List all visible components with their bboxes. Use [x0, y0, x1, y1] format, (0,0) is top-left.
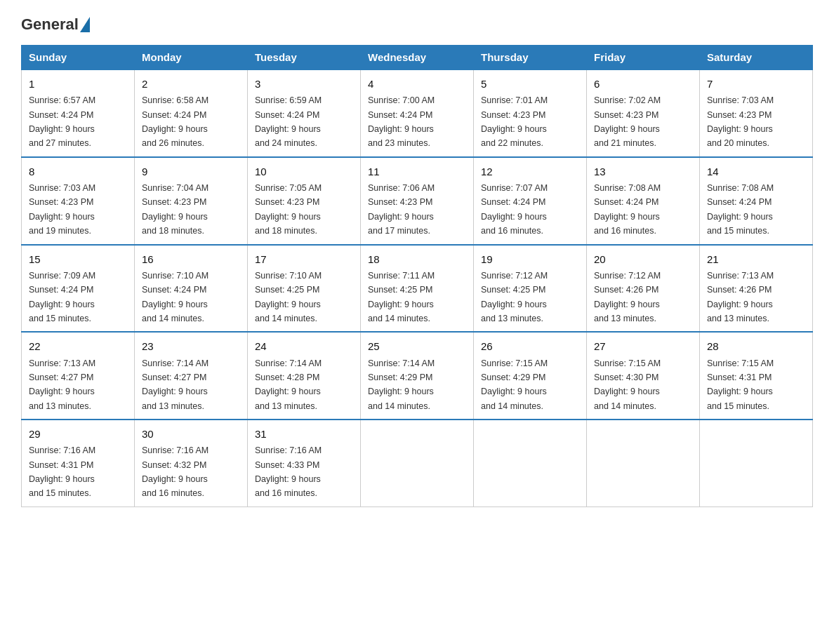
day-info: Sunrise: 7:14 AMSunset: 4:27 PMDaylight:…: [142, 358, 208, 411]
header-cell-wednesday: Wednesday: [361, 46, 474, 70]
week-row-4: 22Sunrise: 7:13 AMSunset: 4:27 PMDayligh…: [22, 332, 813, 420]
day-info: Sunrise: 7:02 AMSunset: 4:23 PMDaylight:…: [594, 95, 661, 148]
day-cell: 26Sunrise: 7:15 AMSunset: 4:29 PMDayligh…: [474, 332, 587, 420]
day-info: Sunrise: 7:10 AMSunset: 4:25 PMDaylight:…: [255, 271, 322, 323]
day-number: 15: [29, 251, 127, 267]
day-cell: 23Sunrise: 7:14 AMSunset: 4:27 PMDayligh…: [135, 332, 248, 420]
day-cell: 2Sunrise: 6:58 AMSunset: 4:24 PMDaylight…: [135, 69, 248, 157]
day-info: Sunrise: 7:14 AMSunset: 4:29 PMDaylight:…: [368, 358, 435, 411]
day-number: 22: [29, 338, 127, 354]
header-cell-monday: Monday: [135, 46, 248, 70]
day-info: Sunrise: 7:08 AMSunset: 4:24 PMDaylight:…: [707, 183, 774, 236]
header-cell-saturday: Saturday: [700, 46, 813, 70]
day-cell: 25Sunrise: 7:14 AMSunset: 4:29 PMDayligh…: [361, 332, 474, 420]
day-cell: 22Sunrise: 7:13 AMSunset: 4:27 PMDayligh…: [22, 332, 135, 420]
day-info: Sunrise: 7:04 AMSunset: 4:23 PMDaylight:…: [142, 183, 208, 236]
day-number: 5: [481, 76, 579, 92]
day-number: 10: [255, 163, 353, 180]
day-cell: [474, 420, 587, 507]
week-row-2: 8Sunrise: 7:03 AMSunset: 4:23 PMDaylight…: [22, 157, 813, 245]
day-number: 28: [707, 338, 805, 354]
day-cell: 20Sunrise: 7:12 AMSunset: 4:26 PMDayligh…: [587, 245, 700, 333]
header-cell-friday: Friday: [587, 46, 700, 70]
day-number: 29: [29, 426, 127, 442]
day-number: 18: [368, 251, 466, 267]
day-number: 12: [481, 163, 579, 180]
day-cell: 29Sunrise: 7:16 AMSunset: 4:31 PMDayligh…: [22, 420, 135, 507]
calendar-body: 1Sunrise: 6:57 AMSunset: 4:24 PMDaylight…: [22, 69, 813, 507]
day-info: Sunrise: 7:09 AMSunset: 4:24 PMDaylight:…: [29, 271, 95, 323]
day-number: 31: [255, 426, 353, 442]
calendar-table: SundayMondayTuesdayWednesdayThursdayFrid…: [21, 45, 813, 507]
day-cell: 14Sunrise: 7:08 AMSunset: 4:24 PMDayligh…: [700, 157, 813, 245]
day-number: 27: [594, 338, 692, 354]
header-row: SundayMondayTuesdayWednesdayThursdayFrid…: [22, 46, 813, 70]
week-row-1: 1Sunrise: 6:57 AMSunset: 4:24 PMDaylight…: [22, 69, 813, 157]
calendar-header: SundayMondayTuesdayWednesdayThursdayFrid…: [22, 46, 813, 70]
day-number: 4: [368, 76, 466, 92]
day-cell: 4Sunrise: 7:00 AMSunset: 4:24 PMDaylight…: [361, 69, 474, 157]
day-number: 2: [142, 76, 240, 92]
day-number: 21: [707, 251, 805, 267]
day-number: 8: [29, 163, 127, 180]
day-number: 1: [29, 76, 127, 92]
day-cell: 17Sunrise: 7:10 AMSunset: 4:25 PMDayligh…: [248, 245, 361, 333]
week-row-3: 15Sunrise: 7:09 AMSunset: 4:24 PMDayligh…: [22, 245, 813, 333]
day-cell: 27Sunrise: 7:15 AMSunset: 4:30 PMDayligh…: [587, 332, 700, 420]
header-cell-sunday: Sunday: [22, 46, 135, 70]
day-cell: 11Sunrise: 7:06 AMSunset: 4:23 PMDayligh…: [361, 157, 474, 245]
day-info: Sunrise: 7:12 AMSunset: 4:26 PMDaylight:…: [594, 271, 661, 323]
day-number: 30: [142, 426, 240, 442]
day-cell: 10Sunrise: 7:05 AMSunset: 4:23 PMDayligh…: [248, 157, 361, 245]
day-cell: [361, 420, 474, 507]
day-cell: 30Sunrise: 7:16 AMSunset: 4:32 PMDayligh…: [135, 420, 248, 507]
day-number: 23: [142, 338, 240, 354]
day-info: Sunrise: 7:12 AMSunset: 4:25 PMDaylight:…: [481, 271, 548, 323]
day-info: Sunrise: 7:05 AMSunset: 4:23 PMDaylight:…: [255, 183, 322, 236]
day-info: Sunrise: 7:10 AMSunset: 4:24 PMDaylight:…: [142, 271, 208, 323]
day-cell: 8Sunrise: 7:03 AMSunset: 4:23 PMDaylight…: [22, 157, 135, 245]
day-number: 9: [142, 163, 240, 180]
day-info: Sunrise: 7:07 AMSunset: 4:24 PMDaylight:…: [481, 183, 548, 236]
day-info: Sunrise: 7:13 AMSunset: 4:26 PMDaylight:…: [707, 271, 774, 323]
header-cell-thursday: Thursday: [474, 46, 587, 70]
day-cell: 6Sunrise: 7:02 AMSunset: 4:23 PMDaylight…: [587, 69, 700, 157]
day-number: 16: [142, 251, 240, 267]
header-cell-tuesday: Tuesday: [248, 46, 361, 70]
day-info: Sunrise: 7:08 AMSunset: 4:24 PMDaylight:…: [594, 183, 661, 236]
day-cell: 12Sunrise: 7:07 AMSunset: 4:24 PMDayligh…: [474, 157, 587, 245]
day-info: Sunrise: 6:58 AMSunset: 4:24 PMDaylight:…: [142, 95, 208, 148]
day-cell: 18Sunrise: 7:11 AMSunset: 4:25 PMDayligh…: [361, 245, 474, 333]
day-number: 25: [368, 338, 466, 354]
day-info: Sunrise: 6:59 AMSunset: 4:24 PMDaylight:…: [255, 95, 322, 148]
day-number: 24: [255, 338, 353, 354]
day-info: Sunrise: 7:15 AMSunset: 4:30 PMDaylight:…: [594, 358, 661, 411]
day-info: Sunrise: 7:13 AMSunset: 4:27 PMDaylight:…: [29, 358, 95, 411]
day-info: Sunrise: 7:15 AMSunset: 4:31 PMDaylight:…: [707, 358, 774, 411]
header: General: [21, 17, 813, 31]
logo-triangle-icon: [80, 17, 90, 32]
day-info: Sunrise: 7:03 AMSunset: 4:23 PMDaylight:…: [29, 183, 95, 236]
day-cell: 24Sunrise: 7:14 AMSunset: 4:28 PMDayligh…: [248, 332, 361, 420]
day-cell: 21Sunrise: 7:13 AMSunset: 4:26 PMDayligh…: [700, 245, 813, 333]
day-number: 20: [594, 251, 692, 267]
day-number: 11: [368, 163, 466, 180]
day-cell: 9Sunrise: 7:04 AMSunset: 4:23 PMDaylight…: [135, 157, 248, 245]
day-info: Sunrise: 6:57 AMSunset: 4:24 PMDaylight:…: [29, 95, 95, 148]
day-cell: 31Sunrise: 7:16 AMSunset: 4:33 PMDayligh…: [248, 420, 361, 507]
day-number: 6: [594, 76, 692, 92]
day-number: 3: [255, 76, 353, 92]
day-number: 19: [481, 251, 579, 267]
day-cell: 15Sunrise: 7:09 AMSunset: 4:24 PMDayligh…: [22, 245, 135, 333]
day-cell: 28Sunrise: 7:15 AMSunset: 4:31 PMDayligh…: [700, 332, 813, 420]
day-number: 13: [594, 163, 692, 180]
day-cell: [587, 420, 700, 507]
day-info: Sunrise: 7:00 AMSunset: 4:24 PMDaylight:…: [368, 95, 435, 148]
day-cell: [700, 420, 813, 507]
day-info: Sunrise: 7:16 AMSunset: 4:32 PMDaylight:…: [142, 445, 208, 498]
day-info: Sunrise: 7:06 AMSunset: 4:23 PMDaylight:…: [368, 183, 435, 236]
day-number: 17: [255, 251, 353, 267]
day-cell: 19Sunrise: 7:12 AMSunset: 4:25 PMDayligh…: [474, 245, 587, 333]
day-cell: 3Sunrise: 6:59 AMSunset: 4:24 PMDaylight…: [248, 69, 361, 157]
day-info: Sunrise: 7:11 AMSunset: 4:25 PMDaylight:…: [368, 271, 435, 323]
